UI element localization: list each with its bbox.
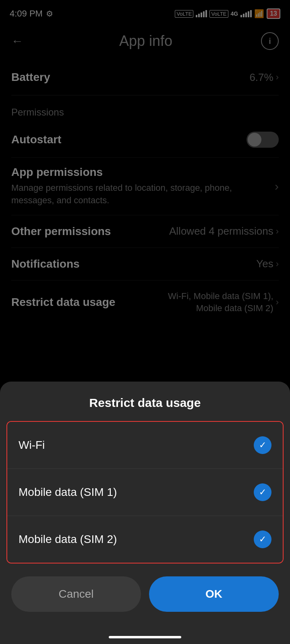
options-list: Wi-Fi ✓ Mobile data (SIM 1) ✓ Mobile dat… [6,421,284,564]
cancel-button[interactable]: Cancel [11,576,141,612]
dialog-title: Restrict data usage [0,382,290,421]
wifi-option[interactable]: Wi-Fi ✓ [7,422,283,469]
check-icon: ✓ [259,534,266,545]
ok-button[interactable]: OK [149,576,279,612]
sim1-option-label: Mobile data (SIM 1) [19,486,117,499]
restrict-data-dialog: Restrict data usage Wi-Fi ✓ Mobile data … [0,382,290,644]
sim2-option-label: Mobile data (SIM 2) [19,533,117,546]
wifi-option-label: Wi-Fi [19,439,45,452]
check-icon: ✓ [259,487,266,497]
sim2-option[interactable]: Mobile data (SIM 2) ✓ [7,516,283,563]
sim2-checkbox[interactable]: ✓ [254,530,271,548]
wifi-checkbox[interactable]: ✓ [254,436,271,454]
check-icon: ✓ [259,440,266,450]
home-indicator [109,636,181,638]
sim1-checkbox[interactable]: ✓ [254,483,271,501]
dialog-actions: Cancel OK [0,564,290,620]
sim1-option[interactable]: Mobile data (SIM 1) ✓ [7,469,283,516]
